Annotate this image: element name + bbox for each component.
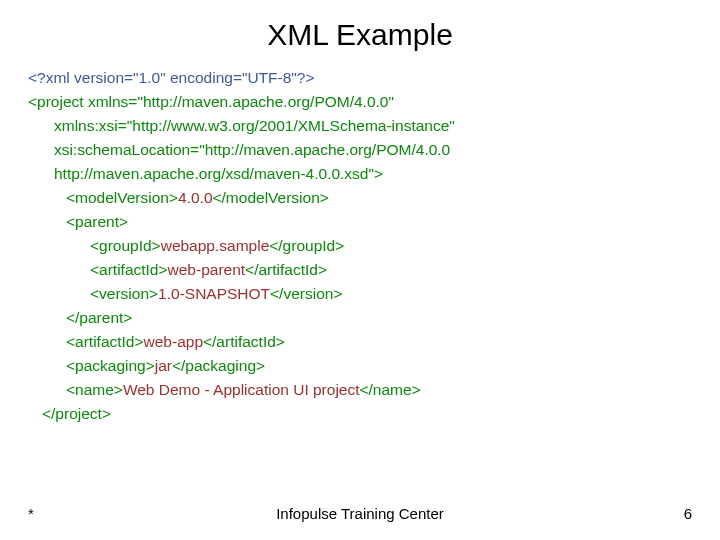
artifactid-parent-text: web-parent: [168, 261, 246, 278]
groupid-line: <groupId>webapp.sample</groupId>: [28, 234, 692, 258]
project-open-2: xmlns:xsi="http://www.w3.org/2001/XMLSch…: [28, 114, 692, 138]
version-close: </version>: [270, 285, 342, 302]
model-version-close: </modelVersion>: [213, 189, 329, 206]
name-open: <name>: [66, 381, 123, 398]
name-close: </name>: [360, 381, 421, 398]
model-version-line: <modelVersion>4.0.0</modelVersion>: [28, 186, 692, 210]
artifactid-line: <artifactId>web-app</artifactId>: [28, 330, 692, 354]
groupid-close: </groupId>: [269, 237, 344, 254]
version-open: <version>: [90, 285, 158, 302]
parent-open: <parent>: [28, 210, 692, 234]
packaging-line: <packaging>jar</packaging>: [28, 354, 692, 378]
version-line: <version>1.0-SNAPSHOT</version>: [28, 282, 692, 306]
project-open-1: <project xmlns="http://maven.apache.org/…: [28, 90, 692, 114]
footer: * Infopulse Training Center 6: [0, 505, 720, 522]
packaging-open: <packaging>: [66, 357, 155, 374]
artifactid-parent-close: </artifactId>: [245, 261, 327, 278]
model-version-open: <modelVersion>: [66, 189, 178, 206]
project-open-4: http://maven.apache.org/xsd/maven-4.0.0.…: [28, 162, 692, 186]
page-number: 6: [684, 505, 692, 522]
project-close: </project>: [28, 402, 692, 426]
name-text: Web Demo - Application UI project: [123, 381, 360, 398]
artifactid-parent-open: <artifactId>: [90, 261, 168, 278]
packaging-close: </packaging>: [172, 357, 265, 374]
code-block: <?xml version="1.0" encoding="UTF-8"?> <…: [28, 66, 692, 426]
artifactid-parent-line: <artifactId>web-parent</artifactId>: [28, 258, 692, 282]
groupid-text: webapp.sample: [161, 237, 270, 254]
artifactid-close: </artifactId>: [203, 333, 285, 350]
footer-left: *: [28, 505, 34, 522]
artifactid-open: <artifactId>: [66, 333, 144, 350]
version-text: 1.0-SNAPSHOT: [158, 285, 270, 302]
slide-title: XML Example: [28, 18, 692, 52]
project-open-3: xsi:schemaLocation="http://maven.apache.…: [28, 138, 692, 162]
model-version-text: 4.0.0: [178, 189, 212, 206]
name-line: <name>Web Demo - Application UI project<…: [28, 378, 692, 402]
groupid-open: <groupId>: [90, 237, 161, 254]
artifactid-text: web-app: [144, 333, 203, 350]
xml-declaration: <?xml version="1.0" encoding="UTF-8"?>: [28, 66, 692, 90]
slide: XML Example <?xml version="1.0" encoding…: [0, 0, 720, 540]
packaging-text: jar: [155, 357, 172, 374]
footer-center: Infopulse Training Center: [28, 505, 692, 522]
parent-close: </parent>: [28, 306, 692, 330]
